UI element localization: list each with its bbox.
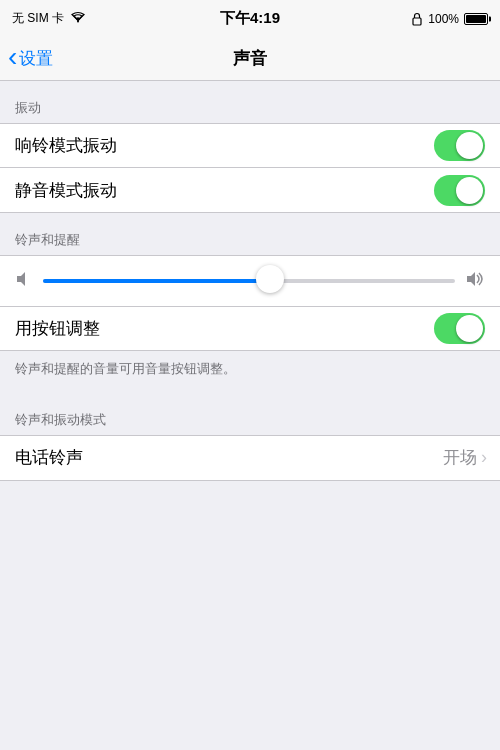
ringer-group: 用按钮调整 xyxy=(0,255,500,351)
vibration-group: 响铃模式振动 静音模式振动 xyxy=(0,123,500,213)
toggle-knob xyxy=(456,132,483,159)
table-row: 静音模式振动 xyxy=(0,168,500,212)
table-row[interactable]: 电话铃声 开场 › xyxy=(0,436,500,480)
back-button[interactable]: ‹ 设置 xyxy=(8,46,53,71)
section-label-vibration: 振动 xyxy=(0,81,500,123)
carrier-text: 无 SIM 卡 xyxy=(12,10,64,27)
svg-rect-1 xyxy=(413,18,421,25)
toggle-knob xyxy=(456,315,483,342)
volume-high-icon xyxy=(465,270,485,292)
svg-point-0 xyxy=(77,21,79,23)
section-label-ringer: 铃声和提醒 xyxy=(0,213,500,255)
status-left: 无 SIM 卡 xyxy=(12,10,86,27)
volume-low-icon xyxy=(15,270,33,292)
back-label: 设置 xyxy=(19,47,53,70)
slider-thumb[interactable] xyxy=(256,265,284,293)
status-right: 100% xyxy=(411,12,488,26)
status-bar: 无 SIM 卡 下午4:19 100% xyxy=(0,0,500,37)
ring-vibrate-label: 响铃模式振动 xyxy=(15,134,117,157)
content: 振动 响铃模式振动 静音模式振动 铃声和提醒 xyxy=(0,81,500,481)
toggle-knob xyxy=(456,177,483,204)
page-title: 声音 xyxy=(233,47,267,70)
battery-pct: 100% xyxy=(428,12,459,26)
silent-vibrate-label: 静音模式振动 xyxy=(15,179,117,202)
nav-bar: ‹ 设置 声音 xyxy=(0,37,500,81)
volume-slider[interactable] xyxy=(43,279,455,283)
svg-marker-2 xyxy=(17,272,25,286)
table-row: 用按钮调整 xyxy=(0,306,500,350)
silent-vibrate-toggle[interactable] xyxy=(434,175,485,206)
wifi-icon xyxy=(70,11,86,26)
adjust-buttons-toggle[interactable] xyxy=(434,313,485,344)
chevron-right-icon: › xyxy=(481,447,487,468)
disclosure-right: 开场 › xyxy=(443,446,485,469)
ringer-footnote: 铃声和提醒的音量可用音量按钮调整。 xyxy=(0,351,500,393)
svg-marker-3 xyxy=(467,272,475,286)
battery-icon xyxy=(464,13,488,25)
phone-ringtone-label: 电话铃声 xyxy=(15,446,83,469)
lock-icon xyxy=(411,12,423,26)
status-time: 下午4:19 xyxy=(220,9,280,28)
table-row: 响铃模式振动 xyxy=(0,124,500,168)
adjust-buttons-label: 用按钮调整 xyxy=(15,317,100,340)
phone-ringtone-value: 开场 xyxy=(443,446,477,469)
ring-vibrate-toggle[interactable] xyxy=(434,130,485,161)
slider-track-fill xyxy=(43,279,270,283)
volume-slider-row xyxy=(0,256,500,306)
section-label-ringtone-modes: 铃声和振动模式 xyxy=(0,393,500,435)
back-chevron-icon: ‹ xyxy=(8,43,17,71)
ringtone-modes-group: 电话铃声 开场 › xyxy=(0,435,500,481)
